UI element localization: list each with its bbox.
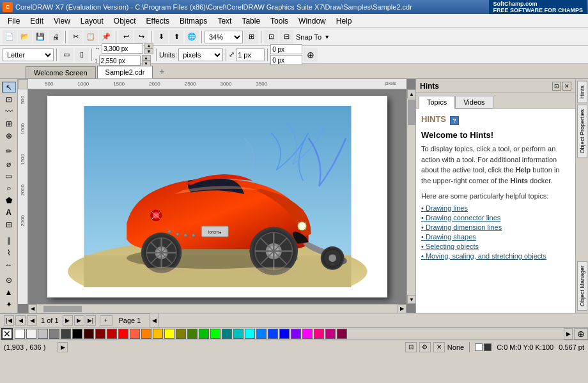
tool-shape[interactable]: ⊡ [2, 94, 16, 105]
color-black[interactable] [72, 329, 82, 339]
nudge-input[interactable] [236, 49, 265, 61]
snap-arrow[interactable]: ▼ [324, 34, 330, 40]
right-tab-hints[interactable]: Hints [577, 81, 587, 103]
zoom-in-btn[interactable]: ⊕ [574, 328, 588, 340]
color-cyan-dark[interactable] [233, 329, 244, 339]
hints-link-moving[interactable]: Moving, scaling, and stretching objects [421, 252, 570, 260]
tool-rectangle[interactable]: ▭ [2, 170, 16, 181]
menu-view[interactable]: View [49, 15, 75, 27]
scroll-right-btn[interactable]: ▶ [398, 304, 406, 313]
canvas-vscroll[interactable]: ▲ ▼ [406, 89, 415, 304]
color-red[interactable] [118, 329, 128, 339]
scroll-thumb-h[interactable] [43, 306, 82, 312]
tool-crop[interactable]: ⊞ [2, 118, 16, 129]
hints-link-dimension[interactable]: Drawing dimension lines [421, 223, 570, 231]
color-hotpink[interactable] [314, 329, 324, 339]
menu-help[interactable]: Help [331, 15, 357, 27]
color-salmon[interactable] [130, 329, 140, 339]
page-size-select[interactable]: Letter [3, 49, 54, 61]
menu-effects[interactable]: Effects [141, 15, 174, 27]
x-coord-input[interactable] [270, 44, 302, 54]
portrait-button[interactable]: ▭ [59, 48, 74, 62]
first-page-btn[interactable]: |◀ [4, 315, 14, 326]
color-cyan[interactable] [245, 329, 255, 339]
no-fill-swatch[interactable]: ✕ [1, 328, 13, 340]
menu-file[interactable]: File [3, 15, 25, 27]
hints-link-shapes[interactable]: Drawing shapes [421, 233, 570, 241]
snap-btn[interactable]: ⊡ [264, 30, 278, 44]
color-wine[interactable] [337, 329, 347, 339]
color-gray[interactable] [49, 329, 59, 339]
menu-tools[interactable]: Tools [265, 15, 293, 27]
color-violet[interactable] [291, 329, 301, 339]
color-teal[interactable] [222, 329, 232, 339]
color-yellow[interactable] [164, 329, 174, 339]
landscape-button[interactable]: ▯ [75, 48, 89, 62]
color-darkolive[interactable] [187, 329, 197, 339]
color-royalblue[interactable] [268, 329, 278, 339]
snap-options[interactable]: ⊟ [279, 30, 293, 44]
hints-link-drawing-lines[interactable]: Drawing lines [421, 204, 570, 212]
zoom-select[interactable]: 34% [205, 31, 243, 43]
color-magenta[interactable] [302, 329, 313, 339]
tool-select[interactable]: ↖ [2, 82, 16, 93]
export-button[interactable]: ⬆ [169, 30, 183, 44]
open-button[interactable]: 📂 [18, 30, 32, 44]
color-lightgray[interactable] [26, 329, 36, 339]
right-tab-object-mgr[interactable]: Object Manager [577, 261, 587, 311]
right-tab-object-props[interactable]: Object Properties [577, 105, 587, 158]
tool-table[interactable]: ⊟ [2, 220, 16, 230]
color-silver[interactable] [38, 329, 48, 339]
color-lime[interactable] [210, 329, 220, 339]
add-page-btn[interactable]: + [100, 315, 112, 326]
width-up[interactable]: ▲ [144, 43, 153, 49]
tool-fill[interactable]: ▲ [2, 287, 16, 298]
color-olive[interactable] [176, 329, 186, 339]
hints-tab-videos[interactable]: Videos [455, 96, 493, 109]
height-input[interactable] [99, 56, 141, 66]
tool-ellipse[interactable]: ○ [2, 183, 16, 193]
scroll-thumb-v[interactable] [408, 100, 415, 125]
snap-status-icon[interactable]: ⊡ [405, 342, 417, 352]
undo-button[interactable]: ↩ [119, 30, 133, 44]
prev-page-btn[interactable]: ◀ [15, 315, 26, 326]
scroll-left-btn[interactable]: ◀ [28, 304, 37, 313]
units-select[interactable]: pixels [178, 49, 223, 61]
apply-transform[interactable]: ⊕ [304, 48, 318, 62]
cross-icon[interactable]: ✕ [433, 342, 445, 352]
new-button[interactable]: 📄 [3, 30, 17, 44]
zoom-fit-button[interactable]: ⊞ [244, 30, 258, 44]
menu-window[interactable]: Window [293, 15, 331, 27]
scroll-down-btn[interactable]: ▼ [407, 295, 415, 304]
wheel-icon[interactable]: ⚙ [419, 342, 431, 352]
tool-smear[interactable]: 〰 [2, 106, 16, 117]
scroll-up-btn[interactable]: ▲ [407, 89, 415, 98]
hints-link-connector[interactable]: Drawing connector lines [421, 214, 570, 222]
hints-link-selecting[interactable]: Selecting objects [421, 243, 570, 250]
tool-polygon[interactable]: ⬟ [2, 195, 16, 206]
color-purple[interactable] [325, 329, 336, 339]
color-amber[interactable] [153, 329, 163, 339]
color-orange[interactable] [141, 329, 151, 339]
hints-close-btn[interactable]: ✕ [562, 82, 571, 91]
status-arrow-btn[interactable]: ▶ [58, 342, 68, 352]
canvas-scroll[interactable]: lorem● [28, 89, 406, 304]
menu-object[interactable]: Object [109, 15, 141, 27]
publish-button[interactable]: 🌐 [185, 30, 199, 44]
menu-text[interactable]: Text [212, 15, 236, 27]
tool-measure[interactable]: ↔ [2, 259, 16, 270]
width-input[interactable] [102, 43, 143, 54]
tool-eyedrop[interactable]: ⊙ [2, 274, 16, 285]
page-minus-btn[interactable]: ◀ [27, 315, 37, 326]
last-page-btn[interactable]: ▶| [86, 315, 96, 326]
color-maroon[interactable] [95, 329, 105, 339]
tool-artpen[interactable]: ⌀ [2, 158, 16, 169]
menu-layout[interactable]: Layout [75, 15, 109, 27]
color-cornflower[interactable] [256, 329, 267, 339]
import-button[interactable]: ⬇ [154, 30, 168, 44]
color-darkmaroon[interactable] [84, 329, 94, 339]
menu-table[interactable]: Table [236, 15, 265, 27]
color-scroll-right-btn[interactable]: ▶ [564, 328, 573, 340]
tab-sample[interactable]: Sample2.cdr [97, 66, 153, 79]
tool-zoom[interactable]: ⊕ [2, 131, 16, 142]
